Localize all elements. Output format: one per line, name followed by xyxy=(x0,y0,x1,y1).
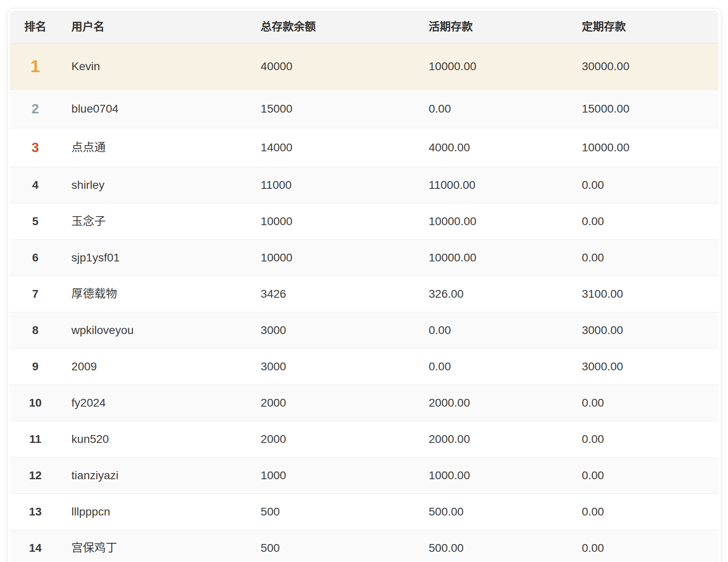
current-deposit-cell: 1000.00 xyxy=(418,458,571,494)
current-deposit-cell: 326.00 xyxy=(418,276,571,312)
username-cell: 2009 xyxy=(61,349,250,385)
rank-cell: 2 xyxy=(10,90,61,128)
current-deposit-cell: 500.00 xyxy=(418,530,571,562)
current-deposit-cell: 2000.00 xyxy=(418,421,571,458)
rank-cell: 9 xyxy=(10,349,61,385)
username-cell: 玉念子 xyxy=(61,204,250,240)
fixed-deposit-cell: 30000.00 xyxy=(571,44,719,90)
total-balance-cell: 3000 xyxy=(250,312,418,349)
username-cell: sjp1ysf01 xyxy=(61,240,250,276)
rank-cell: 7 xyxy=(10,276,61,312)
fixed-deposit-cell: 0.00 xyxy=(571,385,719,421)
table-row: 1 Kevin 40000 10000.00 30000.00 xyxy=(10,44,719,90)
col-header-total-balance: 总存款余额 xyxy=(250,11,418,44)
rank-cell: 4 xyxy=(10,167,61,204)
table-row: 13 lllpppcn 500 500.00 0.00 xyxy=(10,494,719,530)
fixed-deposit-cell: 0.00 xyxy=(571,167,719,204)
username-cell: 宫保鸡丁 xyxy=(61,530,250,562)
total-balance-cell: 500 xyxy=(250,530,418,562)
username-cell: Kevin xyxy=(61,44,250,90)
username-cell: lllpppcn xyxy=(61,494,250,530)
total-balance-cell: 3426 xyxy=(250,276,418,312)
username-cell: fy2024 xyxy=(61,385,250,421)
total-balance-cell: 15000 xyxy=(250,90,418,128)
table-row: 6 sjp1ysf01 10000 10000.00 0.00 xyxy=(10,240,719,276)
current-deposit-cell: 11000.00 xyxy=(418,167,571,204)
table-body: 1 Kevin 40000 10000.00 30000.00 2 blue07… xyxy=(10,44,719,562)
current-deposit-cell: 10000.00 xyxy=(418,204,571,240)
total-balance-cell: 500 xyxy=(250,494,418,530)
fixed-deposit-cell: 3000.00 xyxy=(571,349,719,385)
fixed-deposit-cell: 0.00 xyxy=(571,421,719,458)
fixed-deposit-cell: 0.00 xyxy=(571,458,719,494)
rank-cell: 3 xyxy=(10,128,61,167)
current-deposit-cell: 4000.00 xyxy=(418,128,571,167)
table-row: 11 kun520 2000 2000.00 0.00 xyxy=(10,421,719,458)
fixed-deposit-cell: 3000.00 xyxy=(571,312,719,349)
col-header-username: 用户名 xyxy=(61,11,250,44)
rank-cell: 5 xyxy=(10,204,61,240)
current-deposit-cell: 0.00 xyxy=(418,312,571,349)
username-cell: 厚德载物 xyxy=(61,276,250,312)
table-row: 9 2009 3000 0.00 3000.00 xyxy=(10,349,719,385)
username-cell: 点点通 xyxy=(61,128,250,167)
username-cell: wpkiloveyou xyxy=(61,312,250,349)
total-balance-cell: 10000 xyxy=(250,240,418,276)
rank-cell: 8 xyxy=(10,312,61,349)
username-cell: shirley xyxy=(61,167,250,204)
fixed-deposit-cell: 0.00 xyxy=(571,204,719,240)
current-deposit-cell: 10000.00 xyxy=(418,44,571,90)
total-balance-cell: 10000 xyxy=(250,204,418,240)
fixed-deposit-cell: 0.00 xyxy=(571,530,719,562)
username-cell: kun520 xyxy=(61,421,250,458)
total-balance-cell: 14000 xyxy=(250,128,418,167)
col-header-current-deposit: 活期存款 xyxy=(418,11,571,44)
table-row: 7 厚德载物 3426 326.00 3100.00 xyxy=(10,276,719,312)
fixed-deposit-cell: 0.00 xyxy=(571,494,719,530)
col-header-rank: 排名 xyxy=(10,11,61,44)
table-row: 14 宫保鸡丁 500 500.00 0.00 xyxy=(10,530,719,562)
current-deposit-cell: 0.00 xyxy=(418,349,571,385)
rank-cell: 13 xyxy=(10,494,61,530)
table-row: 2 blue0704 15000 0.00 15000.00 xyxy=(10,90,719,128)
total-balance-cell: 40000 xyxy=(250,44,418,90)
current-deposit-cell: 0.00 xyxy=(418,90,571,128)
total-balance-cell: 2000 xyxy=(250,421,418,458)
table-row: 5 玉念子 10000 10000.00 0.00 xyxy=(10,204,719,240)
current-deposit-cell: 2000.00 xyxy=(418,385,571,421)
current-deposit-cell: 10000.00 xyxy=(418,240,571,276)
fixed-deposit-cell: 15000.00 xyxy=(571,90,719,128)
current-deposit-cell: 500.00 xyxy=(418,494,571,530)
fixed-deposit-cell: 10000.00 xyxy=(571,128,719,167)
deposit-ranking-table: 排名 用户名 总存款余额 活期存款 定期存款 1 Kevin 40000 100… xyxy=(10,11,719,562)
total-balance-cell: 2000 xyxy=(250,385,418,421)
table-header-row: 排名 用户名 总存款余额 活期存款 定期存款 xyxy=(10,11,719,44)
table-row: 8 wpkiloveyou 3000 0.00 3000.00 xyxy=(10,312,719,349)
fixed-deposit-cell: 0.00 xyxy=(571,240,719,276)
table-row: 10 fy2024 2000 2000.00 0.00 xyxy=(10,385,719,421)
total-balance-cell: 3000 xyxy=(250,349,418,385)
fixed-deposit-cell: 3100.00 xyxy=(571,276,719,312)
username-cell: tianziyazi xyxy=(61,458,250,494)
table-row: 3 点点通 14000 4000.00 10000.00 xyxy=(10,128,719,167)
col-header-fixed-deposit: 定期存款 xyxy=(571,11,719,44)
rank-cell: 6 xyxy=(10,240,61,276)
rank-cell: 10 xyxy=(10,385,61,421)
rank-cell: 11 xyxy=(10,421,61,458)
table-row: 4 shirley 11000 11000.00 0.00 xyxy=(10,167,719,204)
rank-cell: 12 xyxy=(10,458,61,494)
rank-cell: 1 xyxy=(10,44,61,90)
table-row: 12 tianziyazi 1000 1000.00 0.00 xyxy=(10,458,719,494)
total-balance-cell: 1000 xyxy=(250,458,418,494)
rank-cell: 14 xyxy=(10,530,61,562)
ranking-card: 排名 用户名 总存款余额 活期存款 定期存款 1 Kevin 40000 100… xyxy=(7,8,721,562)
total-balance-cell: 11000 xyxy=(250,167,418,204)
table-header: 排名 用户名 总存款余额 活期存款 定期存款 xyxy=(10,11,719,44)
username-cell: blue0704 xyxy=(61,90,250,128)
